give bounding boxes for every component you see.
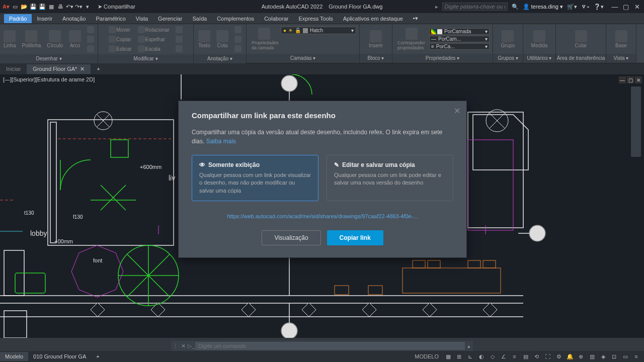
paste-button[interactable]: Colar: [573, 29, 589, 49]
panel-layers-title[interactable]: Camadas ▾: [247, 54, 359, 63]
ly-j5[interactable]: [313, 44, 320, 51]
saveas-icon[interactable]: 💾: [38, 3, 46, 11]
share-url[interactable]: https://web.autocad.com/acad/me/sid/shar…: [192, 213, 453, 219]
group-button[interactable]: Grupo: [499, 29, 517, 49]
tab-anotacao[interactable]: Anotação: [57, 14, 91, 23]
polyline-button[interactable]: Polilinha: [20, 29, 43, 49]
user-menu[interactable]: 👤 teresa.ding ▾: [523, 4, 563, 10]
search-box[interactable]: [442, 3, 508, 11]
ly-i6[interactable]: [321, 36, 328, 43]
status-model[interactable]: MODELO: [411, 352, 442, 361]
an-misc3[interactable]: [232, 44, 244, 53]
layer-props-button[interactable]: Propriedades da camada: [250, 27, 279, 51]
draw-misc3[interactable]: [85, 44, 96, 53]
tab-colaborar[interactable]: Colaborar: [259, 14, 293, 23]
snap-icon[interactable]: ⊞: [454, 352, 464, 361]
panel-draw-title[interactable]: Desenhar ▾: [0, 54, 98, 63]
tab-parametrico[interactable]: Paramétrico: [91, 14, 131, 23]
autodesk-icon[interactable]: ⛛▾: [581, 4, 590, 10]
learn-more-link[interactable]: Saiba mais: [206, 138, 236, 145]
insert-button[interactable]: Inserir: [367, 29, 385, 49]
panel-block-title[interactable]: Bloco ▾: [360, 54, 392, 63]
layer-combo[interactable]: ●☀🔓Hatch▾: [281, 27, 356, 34]
tab-aplicativos[interactable]: Aplicativos em destaque: [338, 14, 408, 23]
cmd-close-icon[interactable]: ✕: [179, 343, 187, 349]
workspace-icon[interactable]: ⚙: [553, 352, 564, 361]
line-button[interactable]: Linha: [2, 29, 18, 49]
transparency-icon[interactable]: ▤: [520, 352, 530, 361]
ly-i3[interactable]: [297, 36, 304, 43]
maximize-button[interactable]: ▢: [622, 3, 630, 11]
close-doc-icon[interactable]: ✕: [80, 66, 85, 72]
ly-j7[interactable]: [329, 44, 336, 51]
start-tab[interactable]: Iniciar: [0, 64, 27, 73]
share-button[interactable]: ➤ Compartilhar: [98, 4, 135, 10]
close-button[interactable]: ✕: [633, 3, 641, 11]
save-icon[interactable]: 💾: [29, 3, 37, 11]
open-icon[interactable]: 📂: [20, 3, 28, 11]
cmd-handle-icon[interactable]: ⋮: [171, 343, 179, 349]
dialog-close-button[interactable]: ✕: [454, 106, 460, 116]
ly-j3[interactable]: [297, 44, 304, 51]
panel-view-title[interactable]: Vista ▾: [606, 54, 636, 63]
search-input[interactable]: [442, 3, 508, 11]
measure-button[interactable]: Medida: [529, 29, 550, 49]
panel-groups-title[interactable]: Grupos ▾: [493, 54, 523, 63]
cart-icon[interactable]: 🛒▾: [567, 4, 577, 10]
panel-modify-title[interactable]: Modificar ▾: [98, 54, 193, 63]
draw-misc[interactable]: [85, 25, 96, 34]
dim-button[interactable]: Cota: [214, 29, 230, 49]
color-combo[interactable]: PorCamada▾: [429, 28, 490, 35]
command-line[interactable]: ⋮ ✕ ▷_ ▴: [171, 341, 473, 351]
command-input[interactable]: [195, 342, 465, 350]
draw-misc2[interactable]: [85, 35, 96, 44]
tab-gerenciar[interactable]: Gerenciar: [153, 14, 187, 23]
ly-i7[interactable]: [329, 36, 336, 43]
ly-j1[interactable]: [281, 44, 288, 51]
tab-vista[interactable]: Vista: [131, 14, 153, 23]
minimize-button[interactable]: —: [611, 3, 619, 11]
qat-dropdown-icon[interactable]: ▾: [84, 3, 92, 11]
cycle-icon[interactable]: ⟲: [531, 352, 541, 361]
hw-icon[interactable]: ⊡: [609, 352, 619, 361]
preview-button[interactable]: Visualização: [262, 230, 320, 245]
app-menu-icon[interactable]: A▾: [2, 3, 10, 11]
lweight-icon[interactable]: ≡: [509, 352, 519, 361]
tab-complementos[interactable]: Complementos: [212, 14, 259, 23]
search-icon[interactable]: 🔍: [512, 4, 519, 10]
arc-button[interactable]: Arco: [67, 29, 83, 49]
tab-inserir[interactable]: Inserir: [32, 14, 57, 23]
ortho-icon[interactable]: ⊾: [465, 352, 475, 361]
base-button[interactable]: Base: [613, 29, 629, 49]
copy-link-button[interactable]: Copiar link: [327, 230, 383, 245]
tab-extra[interactable]: ▪▾: [408, 14, 423, 23]
clean-icon[interactable]: ▭: [620, 352, 630, 361]
grid-icon[interactable]: ▦: [443, 352, 453, 361]
tab-padrao[interactable]: Padrão: [4, 14, 32, 23]
plot-icon[interactable]: 🖶: [56, 3, 64, 11]
circle-button[interactable]: Círculo: [45, 29, 65, 49]
option-view-only[interactable]: 👁Somente exibição Qualquer pessoa com um…: [192, 155, 318, 201]
lineweight-combo[interactable]: —PorCam...▾: [429, 36, 490, 42]
panel-annot-title[interactable]: Anotação ▾: [194, 54, 246, 63]
active-doc-tab[interactable]: Ground Floor GA*✕: [27, 64, 91, 74]
panel-clip-title[interactable]: Área de transferência: [556, 54, 606, 63]
linetype-combo[interactable]: ≡PorCa...▾: [429, 43, 490, 50]
scale-button[interactable]: Escala: [136, 44, 172, 53]
web-icon[interactable]: ▦: [47, 3, 55, 11]
ly-i5[interactable]: [313, 36, 320, 43]
otrack-icon[interactable]: ∠: [498, 352, 508, 361]
mirror-button[interactable]: Espelhar: [136, 35, 172, 44]
new-doc-tab[interactable]: +: [91, 64, 106, 73]
panel-utils-title[interactable]: Utilitários ▾: [523, 54, 555, 63]
rotate-button[interactable]: Rotacionar: [136, 25, 172, 34]
redo-icon[interactable]: ↷▾: [74, 3, 83, 11]
annot-mon-icon[interactable]: 🔔: [565, 352, 575, 361]
panel-props-title[interactable]: Propriedades ▾: [392, 54, 493, 63]
ly-j2[interactable]: [289, 44, 296, 51]
mod-misc2[interactable]: [174, 35, 185, 44]
match-props-button[interactable]: Corresponder propriedades: [395, 27, 427, 51]
ly-j4[interactable]: [305, 44, 312, 51]
ly-i4[interactable]: [305, 36, 312, 43]
osnap-icon[interactable]: ◇: [487, 352, 497, 361]
